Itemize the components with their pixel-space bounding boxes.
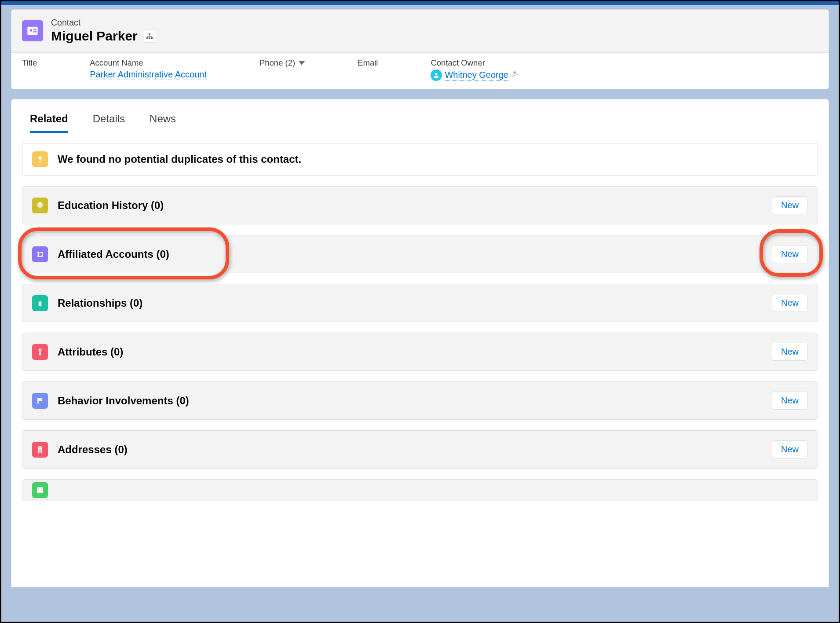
hierarchy-button[interactable] bbox=[143, 29, 156, 43]
tab-details[interactable]: Details bbox=[93, 113, 125, 133]
relationships-icon bbox=[32, 295, 48, 311]
education-history-card: Education History (0) New bbox=[22, 186, 818, 224]
svg-rect-0 bbox=[27, 26, 37, 35]
record-name: Miguel Parker bbox=[51, 29, 138, 44]
attributes-title[interactable]: Attributes (0) bbox=[58, 346, 123, 358]
svg-rect-21 bbox=[40, 449, 41, 450]
title-field-label: Title bbox=[22, 58, 37, 68]
addresses-new-button[interactable]: New bbox=[772, 440, 808, 458]
addresses-card: Addresses (0) New bbox=[22, 430, 818, 469]
affiliated-accounts-icon bbox=[32, 246, 48, 262]
svg-rect-6 bbox=[149, 37, 150, 39]
record-header-card: Contact Miguel Parker Title Account Name… bbox=[11, 9, 829, 89]
svg-rect-10 bbox=[147, 36, 147, 37]
behavior-involvements-title[interactable]: Behavior Involvements (0) bbox=[58, 395, 189, 407]
svg-rect-20 bbox=[39, 449, 40, 450]
education-history-icon bbox=[32, 198, 48, 213]
tabs-bar: Related Details News bbox=[22, 99, 818, 133]
svg-rect-4 bbox=[149, 33, 150, 35]
partial-card-icon bbox=[32, 482, 48, 498]
account-name-label: Account Name bbox=[90, 58, 207, 68]
relationships-title[interactable]: Relationships (0) bbox=[58, 297, 142, 309]
svg-point-13 bbox=[513, 71, 516, 73]
attributes-icon bbox=[32, 344, 48, 360]
contact-icon bbox=[22, 20, 43, 41]
object-type-label: Contact bbox=[51, 18, 156, 28]
svg-point-1 bbox=[30, 29, 33, 32]
phone-label: Phone (2) bbox=[259, 58, 295, 68]
duplicate-icon bbox=[32, 151, 48, 167]
behavior-involvements-new-button[interactable]: New bbox=[772, 392, 808, 410]
account-name-link[interactable]: Parker Administrative Account bbox=[90, 70, 207, 80]
attributes-new-button[interactable]: New bbox=[772, 343, 808, 361]
relationships-card: Relationships (0) New bbox=[22, 284, 818, 322]
svg-rect-9 bbox=[147, 36, 152, 37]
affiliated-accounts-new-button[interactable]: New bbox=[772, 245, 808, 263]
tab-news[interactable]: News bbox=[150, 113, 176, 133]
education-history-title[interactable]: Education History (0) bbox=[58, 199, 164, 212]
contact-owner-label: Contact Owner bbox=[431, 58, 520, 68]
svg-rect-5 bbox=[146, 37, 148, 39]
behavior-involvements-card: Behavior Involvements (0) New bbox=[22, 381, 818, 420]
owner-avatar-icon bbox=[431, 70, 442, 81]
svg-point-15 bbox=[39, 349, 40, 351]
svg-rect-16 bbox=[37, 398, 39, 403]
affiliated-accounts-card: Affiliated Accounts (0) New bbox=[22, 235, 818, 273]
addresses-title[interactable]: Addresses (0) bbox=[58, 443, 128, 456]
email-label: Email bbox=[358, 58, 378, 68]
duplicate-notice-card: We found no potential duplicates of this… bbox=[22, 143, 818, 176]
svg-rect-18 bbox=[39, 447, 40, 448]
svg-rect-11 bbox=[152, 36, 152, 37]
svg-point-12 bbox=[435, 73, 438, 75]
tab-related[interactable]: Related bbox=[30, 113, 68, 133]
change-owner-icon[interactable] bbox=[511, 70, 520, 81]
partial-card bbox=[22, 479, 818, 501]
contact-owner-link[interactable]: Whitney George bbox=[445, 70, 508, 81]
svg-rect-23 bbox=[37, 487, 43, 493]
addresses-icon bbox=[32, 442, 48, 458]
svg-rect-14 bbox=[40, 160, 40, 163]
highlights-panel: Title Account Name Parker Administrative… bbox=[11, 52, 829, 89]
svg-rect-2 bbox=[33, 29, 37, 30]
relationships-new-button[interactable]: New bbox=[772, 294, 808, 312]
duplicate-message: We found no potential duplicates of this… bbox=[58, 153, 301, 165]
phone-dropdown-caret[interactable] bbox=[299, 61, 305, 65]
affiliated-accounts-title[interactable]: Affiliated Accounts (0) bbox=[58, 248, 169, 260]
svg-rect-22 bbox=[39, 451, 40, 452]
education-history-new-button[interactable]: New bbox=[772, 196, 808, 214]
attributes-card: Attributes (0) New bbox=[22, 333, 818, 371]
svg-rect-7 bbox=[151, 37, 153, 39]
behavior-involvements-icon bbox=[32, 393, 48, 409]
svg-rect-19 bbox=[40, 447, 41, 448]
main-content-card: Related Details News We found no potenti… bbox=[11, 99, 829, 587]
svg-rect-3 bbox=[33, 31, 37, 32]
